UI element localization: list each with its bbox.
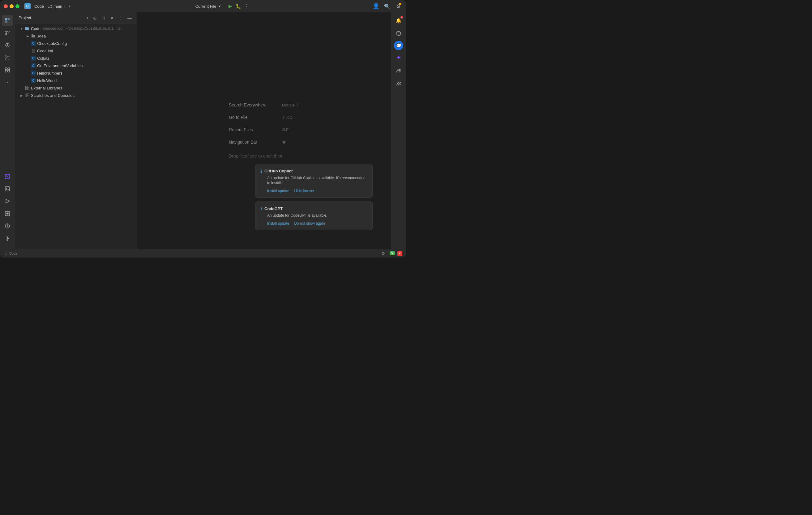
notifications-button[interactable]: 🔔 1 — [393, 15, 404, 26]
sidebar-item-project[interactable] — [2, 15, 13, 26]
titlebar-left: C Code ⎇ main ↑↓ ▼ — [24, 3, 71, 9]
main-layout: ··· — [0, 12, 406, 249]
panel-action-add[interactable]: ⊕ — [91, 15, 98, 21]
svg-rect-24 — [28, 86, 29, 88]
panel-action-collapse[interactable]: ✕ — [109, 15, 116, 21]
tree-item-checklabconfig[interactable]: ▶ C CheckLabConfig — [15, 39, 137, 47]
notification-header-codegpt: ℹ CodeGPT — [260, 206, 367, 211]
sidebar-item-problems[interactable] — [2, 220, 13, 232]
current-file-selector[interactable]: Current File ▼ — [193, 3, 224, 10]
notification-codegpt: ℹ CodeGPT An update for CodeGPT is avail… — [255, 201, 373, 230]
chevron-down-icon: ▼ — [218, 5, 222, 8]
notification-actions-copilot: Install update Hide forever — [260, 189, 367, 193]
svg-rect-12 — [8, 68, 9, 70]
class-icon: C — [31, 41, 36, 46]
maximize-button[interactable] — [16, 4, 20, 8]
editor-area: Search Everywhere Double ⇧ Go to File ⇧⌘… — [137, 12, 391, 249]
sidebar-item-git[interactable] — [2, 27, 13, 38]
notification-hide-copilot[interactable]: Hide forever — [294, 189, 314, 193]
sidebar-item-vcs[interactable] — [2, 233, 13, 244]
tree-item-hellonumbers[interactable]: ▶ C HelloNumbers — [15, 69, 137, 77]
sidebar-item-inspect[interactable] — [2, 39, 13, 51]
notification-install-copilot[interactable]: Install update — [267, 189, 289, 193]
team-button[interactable] — [393, 65, 404, 76]
svg-point-30 — [399, 82, 401, 84]
branch-name: main — [54, 4, 62, 9]
minimize-button[interactable] — [9, 4, 13, 8]
notification-github-copilot: ℹ GitHub Copilot An update for GitHub Co… — [255, 164, 373, 198]
svg-point-21 — [7, 239, 8, 241]
collab-button[interactable]: 👤 — [372, 2, 380, 10]
svg-rect-0 — [5, 18, 7, 21]
sidebar-item-terminal-bottom[interactable] — [2, 183, 13, 194]
svg-rect-11 — [5, 68, 7, 70]
status-plugin-badge: ✕ — [397, 251, 402, 256]
current-file-label: Current File — [196, 4, 216, 9]
tree-item-helloworld[interactable]: ▶ C HelloWorld — [15, 77, 137, 84]
ai-button[interactable]: ✦ — [393, 52, 404, 63]
root-project-name: Code — [31, 26, 40, 31]
hint-recent-files: Recent Files ⌘E — [229, 127, 289, 132]
panel-action-more[interactable]: ⋮ — [117, 15, 124, 21]
file-tree: ▼ Code sources root, ~/Desktop/CS61B/Lab… — [15, 24, 137, 249]
hint-recent-files-label: Recent Files — [229, 127, 278, 132]
branch-chevron: ▼ — [68, 5, 71, 8]
chat-button[interactable]: 💬 — [394, 41, 403, 50]
settings-button[interactable]: ⚙ — [394, 2, 402, 10]
right-icon-bar: 🔔 1 💬 ✦ — [391, 12, 406, 249]
svg-rect-22 — [25, 86, 27, 88]
collab-icon-button[interactable] — [393, 78, 404, 89]
tree-item-scratches[interactable]: ▶ Scratches and Consoles — [15, 91, 137, 99]
panel-action-scroll[interactable]: ⇅ — [100, 15, 107, 21]
tree-item-getenvironmentvariables[interactable]: ▶ C GetEnvironmentVariables — [15, 62, 137, 69]
search-button[interactable]: 🔍 — [383, 2, 391, 10]
sidebar-item-merge[interactable] — [2, 52, 13, 63]
hint-navigation-bar: Navigation Bar ⌘↑ — [229, 140, 288, 144]
tree-item-root[interactable]: ▼ Code sources root, ~/Desktop/CS61B/Lab… — [15, 25, 137, 32]
notification-donotshow-codegpt[interactable]: Do not show again — [294, 221, 325, 226]
panel-action-minimize[interactable]: — — [126, 15, 133, 21]
status-bar: □ Code ⚙ V ✕ — [0, 249, 406, 258]
lib-icon — [25, 85, 30, 90]
database-button[interactable] — [393, 28, 404, 39]
branch-info[interactable]: ⎇ main ↑↓ ▼ — [48, 4, 71, 9]
hint-search-everywhere: Search Everywhere Double ⇧ — [229, 103, 299, 107]
tree-item-external-libraries[interactable]: ▶ External Libraries — [15, 84, 137, 91]
hint-go-to-file-shortcut: ⇧⌘O — [282, 115, 292, 120]
status-project-label: Code — [9, 252, 17, 255]
debug-button[interactable]: 🐛 — [234, 2, 242, 10]
svg-rect-14 — [8, 70, 9, 72]
tree-item-code-iml[interactable]: ▶ ⬛ Code.iml — [15, 47, 137, 54]
svg-rect-25 — [28, 88, 29, 90]
tree-item-hellonumbers-label: HelloNumbers — [37, 71, 62, 76]
close-button[interactable] — [4, 4, 8, 8]
hint-navigation-bar-shortcut: ⌘↑ — [282, 140, 288, 144]
run-button[interactable]: ▶ — [226, 2, 234, 10]
tree-item-scratches-label: Scratches and Consoles — [31, 93, 75, 98]
panel-header-actions: ⊕ ⇅ ✕ ⋮ — — [91, 15, 133, 21]
svg-rect-16 — [5, 187, 9, 191]
notification-title-codegpt: CodeGPT — [264, 207, 283, 211]
tree-item-collatz[interactable]: ▶ C Collatz — [15, 54, 137, 62]
svg-rect-1 — [5, 21, 7, 23]
traffic-lights — [4, 4, 20, 8]
hint-drop-text: Drop files here to open them — [229, 153, 284, 159]
info-icon-codegpt: ℹ — [260, 206, 262, 211]
tree-item-idea[interactable]: ▶ .idea — [15, 32, 137, 39]
status-project[interactable]: □ Code — [4, 251, 17, 255]
sidebar-item-puzzle[interactable] — [2, 171, 13, 182]
svg-point-20 — [7, 236, 8, 237]
sidebar-item-run-bottom[interactable] — [2, 196, 13, 207]
hint-search-everywhere-label: Search Everywhere — [229, 103, 278, 107]
sidebar-item-plugins[interactable] — [2, 64, 13, 76]
sidebar-item-more[interactable]: ··· — [2, 77, 13, 88]
hint-go-to-file: Go to File ⇧⌘O — [229, 115, 292, 120]
status-gear-button[interactable]: ⚙ — [379, 249, 387, 258]
svg-rect-23 — [25, 88, 27, 90]
branch-arrows: ↑↓ — [63, 4, 67, 8]
sidebar-item-terminal[interactable] — [2, 208, 13, 219]
notification-install-codegpt[interactable]: Install update — [267, 221, 289, 226]
titlebar: C Code ⎇ main ↑↓ ▼ Current File ▼ ▶ 🐛 ⋮ … — [0, 0, 406, 12]
titlebar-center: Current File ▼ ▶ 🐛 ⋮ — [74, 2, 370, 10]
more-run-options[interactable]: ⋮ — [242, 2, 251, 10]
